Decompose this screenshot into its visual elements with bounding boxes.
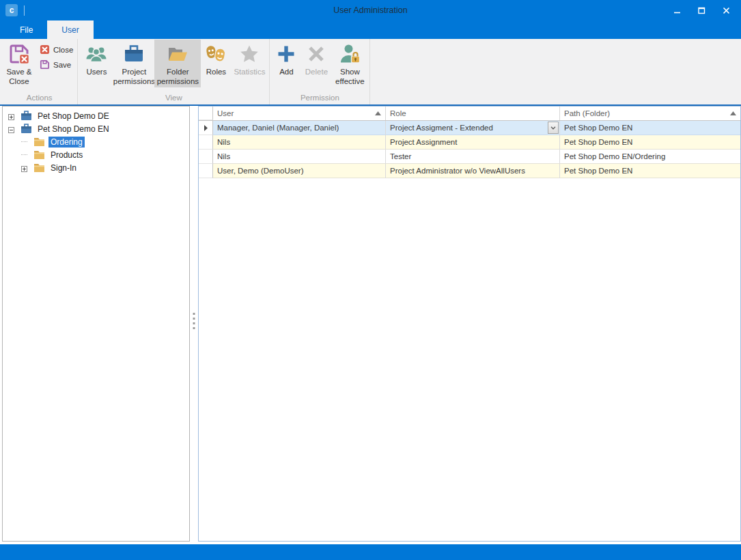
role-value: Project Assigment - Extended bbox=[390, 124, 493, 132]
tree-item-label[interactable]: Sign-In bbox=[48, 163, 79, 173]
splitter-grip-icon bbox=[193, 313, 195, 329]
statistics-button[interactable]: Statistics bbox=[231, 40, 268, 79]
column-header-label: Path (Folder) bbox=[564, 109, 610, 117]
tree-item-products[interactable]: Products bbox=[3, 148, 189, 161]
statistics-label: Statistics bbox=[234, 68, 265, 77]
chevron-down-icon bbox=[550, 126, 556, 130]
folder-permissions-button[interactable]: Folder permissions bbox=[154, 40, 201, 87]
user-cell[interactable]: Manager, Daniel (Manager, Daniel) bbox=[213, 121, 386, 135]
person-lock-icon bbox=[339, 43, 361, 65]
tree-item-pet-shop-demo-de[interactable]: Pet Shop Demo DE bbox=[3, 109, 189, 122]
expander-plus-icon[interactable] bbox=[8, 113, 14, 119]
table-row[interactable]: Manager, Daniel (Manager, Daniel) Projec… bbox=[199, 121, 740, 135]
tree-item-label[interactable]: Ordering bbox=[48, 137, 85, 148]
close-label: Close bbox=[53, 46, 73, 54]
window-title: User Administration bbox=[0, 5, 741, 15]
path-cell[interactable]: Pet Shop Demo EN bbox=[560, 164, 740, 178]
row-indicator-cell bbox=[199, 164, 213, 178]
add-label: Add bbox=[279, 68, 293, 77]
current-row-indicator-icon bbox=[204, 125, 208, 131]
tree-item-label[interactable]: Pet Shop Demo DE bbox=[36, 111, 111, 122]
minimize-icon[interactable] bbox=[673, 6, 681, 14]
user-cell[interactable]: Nils bbox=[213, 150, 386, 164]
permissions-grid: User Role Path (Folder) Manager, Daniel … bbox=[198, 106, 741, 542]
close-button[interactable]: Close bbox=[40, 44, 73, 55]
grid-header-row: User Role Path (Folder) bbox=[199, 107, 740, 121]
star-icon bbox=[238, 43, 260, 65]
row-indicator-cell bbox=[199, 150, 213, 164]
table-row[interactable]: User, Demo (DemoUser) Project Administra… bbox=[199, 164, 740, 178]
column-header-label: Role bbox=[390, 109, 406, 117]
tree-item-pet-shop-demo-en[interactable]: Pet Shop Demo EN bbox=[3, 122, 189, 135]
ribbon-group-actions: Save & Close Close Save Actions bbox=[1, 39, 78, 104]
ribbon: Save & Close Close Save Actions bbox=[0, 39, 741, 106]
path-cell[interactable]: Pet Shop Demo EN bbox=[560, 135, 740, 150]
row-indicator-cell bbox=[199, 135, 213, 150]
briefcase-icon bbox=[123, 43, 145, 65]
main-content: Pet Shop Demo DE Pet Shop Demo EN Orderi… bbox=[0, 106, 741, 542]
folder-tree-panel: Pet Shop Demo DE Pet Shop Demo EN Orderi… bbox=[2, 106, 190, 542]
plus-icon bbox=[275, 43, 297, 65]
group-label-permission: Permission bbox=[270, 93, 369, 104]
window-controls bbox=[673, 6, 736, 14]
table-row[interactable]: Nils Tester Pet Shop Demo EN/Ordering bbox=[199, 150, 740, 164]
grid-header-indicator bbox=[199, 107, 213, 120]
column-header-path[interactable]: Path (Folder) bbox=[560, 107, 740, 120]
save-close-icon bbox=[8, 43, 30, 65]
role-cell[interactable]: Project Assignment bbox=[386, 135, 560, 150]
role-cell[interactable]: Project Administrator w/o ViewAllUsers bbox=[386, 164, 560, 178]
close-window-icon[interactable] bbox=[722, 6, 730, 14]
roles-label: Roles bbox=[206, 68, 226, 77]
show-effective-label: Show effective bbox=[333, 68, 366, 86]
user-cell[interactable]: Nils bbox=[213, 135, 386, 150]
app-logo-icon: c bbox=[5, 4, 18, 16]
status-bar bbox=[0, 544, 741, 560]
title-bar: c User Administration bbox=[0, 0, 741, 20]
tab-user[interactable]: User bbox=[47, 20, 93, 39]
column-header-label: User bbox=[217, 109, 234, 117]
project-permissions-button[interactable]: Project permissions bbox=[113, 40, 154, 87]
tree-connector bbox=[21, 154, 27, 155]
tree-item-ordering[interactable]: Ordering bbox=[3, 135, 189, 148]
show-effective-button[interactable]: Show effective bbox=[331, 40, 368, 87]
roles-button[interactable]: Roles bbox=[201, 40, 231, 79]
column-header-role[interactable]: Role bbox=[386, 107, 560, 120]
maximize-icon[interactable] bbox=[697, 6, 705, 14]
role-combo-button[interactable] bbox=[548, 122, 559, 134]
folder-icon bbox=[33, 137, 45, 147]
project-icon bbox=[20, 124, 32, 134]
tree-item-label[interactable]: Pet Shop Demo EN bbox=[36, 124, 111, 135]
save-and-close-button[interactable]: Save & Close bbox=[3, 40, 36, 87]
path-cell[interactable]: Pet Shop Demo EN bbox=[560, 121, 740, 135]
folder-permissions-label: Folder permissions bbox=[156, 68, 199, 86]
group-label-view: View bbox=[78, 93, 269, 104]
save-and-close-label: Save & Close bbox=[5, 68, 33, 86]
table-row[interactable]: Nils Project Assignment Pet Shop Demo EN bbox=[199, 135, 740, 150]
tree-item-sign-in[interactable]: Sign-In bbox=[3, 161, 189, 174]
save-button[interactable]: Save bbox=[40, 59, 73, 70]
save-icon bbox=[40, 59, 50, 70]
project-icon bbox=[20, 111, 32, 121]
users-button[interactable]: Users bbox=[79, 40, 113, 79]
sort-ascending-icon bbox=[372, 111, 381, 115]
user-cell[interactable]: User, Demo (DemoUser) bbox=[213, 164, 386, 178]
ribbon-group-view: Users Project permissions bbox=[78, 39, 270, 104]
tab-file[interactable]: File bbox=[5, 20, 47, 39]
tree-connector bbox=[21, 141, 27, 142]
expander-plus-icon[interactable] bbox=[21, 165, 27, 171]
column-header-user[interactable]: User bbox=[213, 107, 386, 120]
folder-open-icon bbox=[167, 43, 188, 65]
ribbon-group-permission: Add Delete Show effect bbox=[270, 39, 370, 104]
add-button[interactable]: Add bbox=[271, 40, 301, 79]
delete-x-icon bbox=[305, 43, 327, 65]
role-cell[interactable]: Tester bbox=[386, 150, 560, 164]
folder-icon bbox=[33, 163, 45, 173]
expander-minus-icon[interactable] bbox=[8, 126, 14, 132]
role-cell[interactable]: Project Assigment - Extended bbox=[386, 121, 560, 135]
tree-item-label[interactable]: Products bbox=[48, 150, 85, 160]
panel-splitter[interactable] bbox=[190, 106, 198, 542]
path-cell[interactable]: Pet Shop Demo EN/Ordering bbox=[560, 150, 740, 164]
delete-button[interactable]: Delete bbox=[301, 40, 331, 79]
close-icon bbox=[40, 44, 50, 55]
sort-ascending-icon bbox=[727, 111, 736, 115]
